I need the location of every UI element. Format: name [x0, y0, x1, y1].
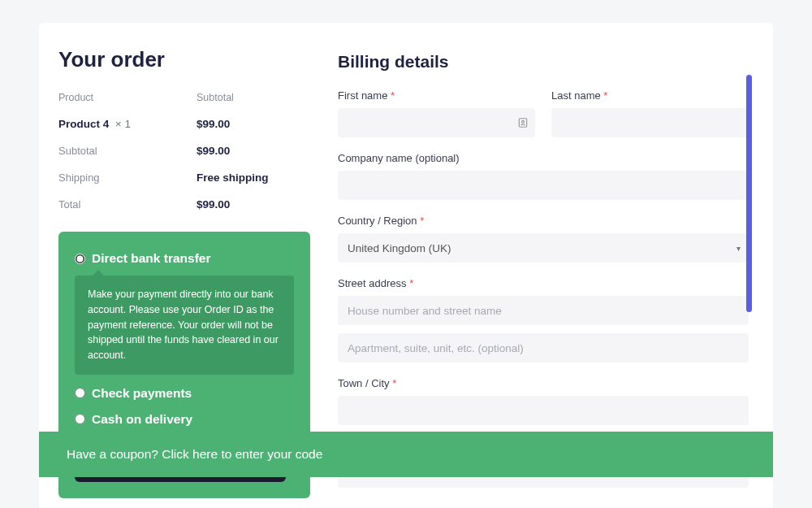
last-name-field[interactable] — [551, 108, 749, 137]
shipping-value: Free shipping — [197, 172, 310, 184]
payment-desc-bank: Make your payment directly into our bank… — [75, 276, 294, 375]
order-total-row: Total $99.00 — [58, 193, 310, 220]
street-address-1-field[interactable] — [338, 296, 749, 325]
first-name-field[interactable] — [338, 108, 535, 137]
country-label: Country / Region * — [338, 215, 749, 227]
subtotal-value: $99.00 — [197, 145, 310, 157]
billing-details-heading: Billing details — [338, 52, 749, 72]
your-order-heading: Your order — [58, 47, 310, 72]
line-item-price: $99.00 — [197, 118, 310, 130]
last-name-label: Last name * — [551, 89, 749, 102]
payment-label-cod[interactable]: Cash on delivery — [92, 412, 192, 427]
order-shipping-row: Shipping Free shipping — [58, 167, 310, 193]
payment-option-check[interactable]: Check payments — [75, 386, 294, 401]
town-city-label: Town / City * — [338, 377, 749, 389]
payment-label-check[interactable]: Check payments — [92, 386, 192, 401]
shipping-label: Shipping — [58, 172, 197, 184]
line-item-name: Product 4 — [58, 118, 109, 130]
street-address-2-field[interactable] — [338, 333, 749, 363]
payment-radio-bank[interactable] — [75, 254, 85, 264]
street-address-label: Street address * — [338, 277, 749, 289]
payment-option-cod[interactable]: Cash on delivery — [75, 412, 294, 427]
order-subtotal-row: Subtotal $99.00 — [58, 140, 310, 167]
total-value: $99.00 — [197, 198, 310, 211]
town-city-field[interactable] — [338, 396, 749, 425]
company-name-label: Company name (optional) — [338, 152, 749, 164]
line-item-qty: × 1 — [115, 118, 131, 130]
subtotal-label: Subtotal — [58, 145, 197, 157]
order-header-product: Product — [58, 92, 197, 103]
contact-card-icon — [517, 117, 529, 128]
order-header-subtotal: Subtotal — [197, 92, 310, 103]
coupon-toggle-bar[interactable]: Have a coupon? Click here to enter your … — [39, 432, 773, 477]
payment-radio-cod[interactable] — [75, 414, 85, 424]
first-name-label: First name * — [338, 89, 535, 102]
payment-label-bank[interactable]: Direct bank transfer — [92, 251, 210, 266]
company-name-field[interactable] — [338, 171, 749, 200]
country-select[interactable] — [338, 233, 749, 263]
order-summary-table: Product Subtotal Product 4 × 1 $99.00 Su… — [58, 87, 310, 220]
order-line-item: Product 4 × 1 $99.00 — [58, 113, 310, 140]
total-label: Total — [58, 198, 197, 211]
payment-option-bank[interactable]: Direct bank transfer — [75, 251, 294, 266]
svg-point-1 — [522, 120, 525, 123]
payment-radio-check[interactable] — [75, 388, 85, 398]
scrollbar[interactable] — [746, 75, 752, 312]
